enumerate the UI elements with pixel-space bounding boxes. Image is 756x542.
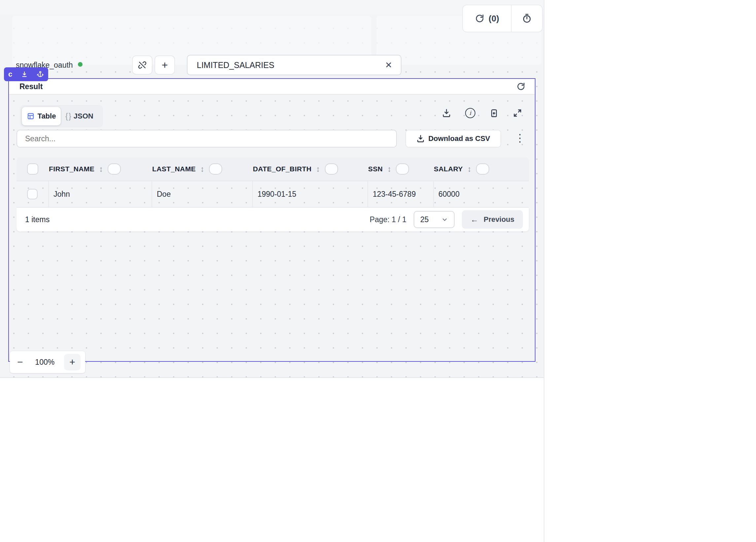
column-toggle-pill[interactable] [108, 163, 121, 175]
page-size-value: 25 [420, 215, 429, 224]
selection-component-badge: c [8, 70, 12, 79]
zoom-out-button[interactable]: − [15, 356, 26, 368]
table-row[interactable]: John Doe 1990-01-15 123-45-6789 60000 [17, 181, 529, 208]
column-toggle-pill[interactable] [396, 163, 409, 175]
runnables-panel: Runnables Inline Script 0 c Background r… [0, 377, 137, 542]
chevron-down-icon [441, 216, 448, 223]
anchor-icon[interactable] [37, 71, 44, 78]
timer-icon [522, 13, 532, 24]
inspector-sidebar: + Rich Result Data source c [544, 0, 756, 542]
table-header-row: FIRST_NAME ↕ LAST_NAME ↕ DATE_OF_BIRTH ↕… [17, 157, 529, 181]
download-icon[interactable] [442, 108, 451, 118]
canvas-refresh-group: (0) [462, 5, 543, 32]
row-checkbox[interactable] [27, 189, 38, 199]
table-select-wrap: ✕ [187, 55, 401, 75]
fullscreen-icon[interactable] [513, 108, 522, 118]
items-count: 1 items [25, 215, 50, 224]
script-editor-panel: ⚙ Format ⌘S Run ⌘↵ 1 -- ? table_name (va… [137, 377, 544, 542]
tab-json-label: JSON [74, 112, 93, 120]
download-csv-icon [416, 134, 425, 143]
sort-icon[interactable]: ↕ [316, 164, 320, 174]
col-header-last-name[interactable]: LAST_NAME [152, 165, 196, 173]
zoom-level: 100% [35, 358, 54, 367]
tab-table-label: Table [38, 112, 56, 120]
result-title: Result [19, 82, 43, 91]
select-all-checkbox[interactable] [27, 163, 38, 175]
add-column-button[interactable]: + [155, 55, 175, 75]
table-cell: 1990-01-15 [258, 190, 296, 199]
col-header-date-of-birth[interactable]: DATE_OF_BIRTH [253, 165, 312, 173]
col-header-salary[interactable]: SALARY [434, 165, 463, 173]
refresh-icon [475, 14, 485, 23]
table-action-icons: i [442, 108, 522, 118]
sort-icon[interactable]: ↕ [467, 164, 471, 174]
download-csv-label: Download as CSV [428, 134, 490, 143]
previous-label: Previous [484, 215, 514, 224]
status-dot-green [78, 62, 83, 67]
result-view-tabs: Table { } JSON [20, 105, 103, 127]
table-cell: 60000 [438, 190, 460, 199]
column-toggle-pill[interactable] [209, 163, 222, 175]
table-search-input[interactable] [17, 134, 396, 143]
app-canvas[interactable]: (0) snowflake_oauth + ✕ c [0, 0, 544, 377]
sort-icon[interactable]: ↕ [99, 164, 103, 174]
table-name-input[interactable] [188, 60, 376, 70]
result-header: Result [9, 79, 535, 95]
page-size-select[interactable]: 25 [414, 211, 455, 228]
refresh-queries-button[interactable]: (0) [463, 5, 512, 32]
info-icon[interactable]: i [465, 108, 475, 118]
move-down-icon[interactable] [21, 71, 28, 78]
download-csv-button[interactable]: Download as CSV [405, 130, 501, 148]
table-cell: Doe [157, 190, 171, 199]
page-indicator: Page: 1 / 1 [370, 215, 406, 224]
table-icon [27, 112, 35, 120]
result-refresh-icon[interactable] [516, 82, 526, 91]
zoom-in-button[interactable]: + [64, 354, 81, 370]
previous-page-button[interactable]: ← Previous [462, 210, 523, 229]
table-cell: John [53, 190, 70, 199]
table-menu-kebab-icon[interactable]: ⋮ [515, 132, 525, 144]
column-toggle-pill[interactable] [476, 163, 489, 175]
arrow-left-icon: ← [470, 215, 478, 224]
rich-result-component[interactable]: Result Table { } JSON [8, 78, 535, 362]
col-header-first-name[interactable]: FIRST_NAME [49, 165, 94, 173]
table-search-wrap [17, 130, 397, 148]
plus-icon: + [162, 59, 168, 71]
sort-icon[interactable]: ↕ [387, 164, 391, 174]
selection-toolbar: c [4, 67, 48, 81]
history-button[interactable] [512, 5, 542, 32]
column-toggle-pill[interactable] [325, 163, 338, 175]
copy-clipboard-icon[interactable] [489, 108, 499, 118]
clear-input-icon[interactable]: ✕ [376, 60, 401, 70]
app-root: (0) snowflake_oauth + ✕ c [0, 0, 756, 542]
zoom-controls: − 100% + [10, 351, 85, 373]
tab-json[interactable]: { } JSON [63, 112, 93, 121]
table-cell: 123-45-6789 [373, 190, 416, 199]
table-footer: 1 items Page: 1 / 1 25 ← Previous [17, 208, 529, 231]
tab-table[interactable]: Table [22, 107, 61, 125]
unlink-icon [138, 60, 147, 70]
braces-icon: { } [65, 112, 71, 121]
sort-icon[interactable]: ↕ [200, 164, 204, 174]
col-header-ssn[interactable]: SSN [368, 165, 383, 173]
refresh-count: (0) [489, 14, 499, 24]
unlink-button[interactable] [132, 55, 153, 75]
